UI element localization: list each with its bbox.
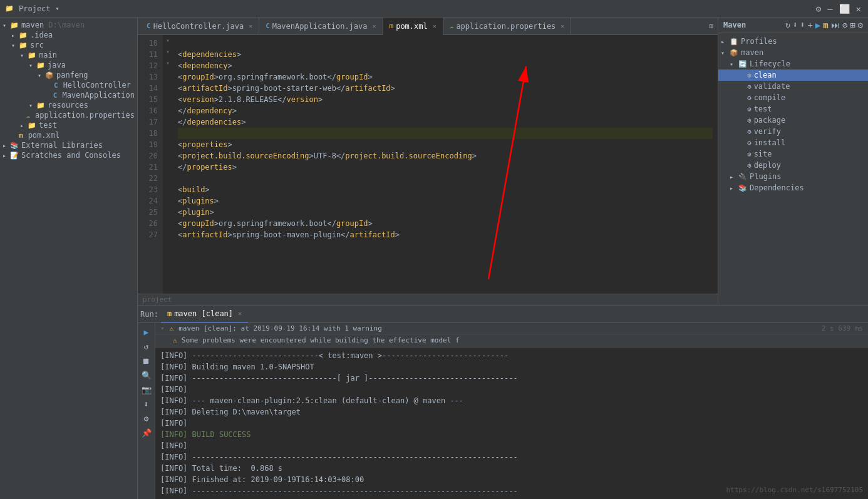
bottom-tab-close[interactable]: ✕ xyxy=(238,310,242,317)
run-icon[interactable]: ▶ xyxy=(815,20,820,30)
tree-item-app-properties[interactable]: ☁ application.properties xyxy=(0,110,137,120)
tree-item-scratches[interactable]: ▸ 📝 Scratches and Consoles xyxy=(0,150,137,160)
console-line: [INFO] xyxy=(160,440,863,451)
xml-file-icon: m xyxy=(19,131,23,140)
maven-label: Lifecycle xyxy=(750,59,790,68)
settings-maven-icon[interactable]: ⚙ xyxy=(858,20,863,30)
tree-item-pom-xml[interactable]: m pom.xml xyxy=(0,130,137,140)
plugins-icon: 🔌 xyxy=(738,173,747,181)
editor-wrapper: 10 11 12 13 14 15 16 17 18 19 20 xyxy=(138,35,718,294)
resources-icon: 📁 xyxy=(36,101,45,110)
tab-pom-xml[interactable]: m pom.xml ✕ xyxy=(383,18,443,35)
tree-item-hello-controller[interactable]: C HelloController xyxy=(0,80,137,90)
code-line-22 xyxy=(178,173,713,184)
maven-label: compile xyxy=(754,93,786,102)
rerun-icon[interactable]: ↺ xyxy=(139,340,154,353)
pin-icon[interactable]: 📌 xyxy=(139,426,154,440)
maven-item-module[interactable]: ▾ 📦 maven xyxy=(718,47,868,58)
tab-close-icon[interactable]: ✕ xyxy=(433,23,437,29)
line-num: 14 xyxy=(143,83,158,94)
maven-item-lifecycle[interactable]: ▾ 🔄 Lifecycle xyxy=(718,58,868,69)
maven-item-site[interactable]: ⚙ site xyxy=(718,148,868,160)
run-play-icon[interactable]: ▶ xyxy=(139,326,154,339)
maven-item-install[interactable]: ⚙ install xyxy=(718,137,868,148)
download-sources-icon[interactable]: ⬇ xyxy=(800,20,805,30)
download-icon[interactable]: ⬇ xyxy=(793,20,798,30)
title-actions: ⚙ — ⬜ ✕ xyxy=(814,4,863,14)
tree-item-resources[interactable]: ▾ 📁 resources xyxy=(0,100,137,110)
tree-item-maven-application[interactable]: C MavenApplication xyxy=(0,90,137,100)
folder-icon: 📁 xyxy=(28,121,36,130)
scratch-icon: 📝 xyxy=(10,152,19,160)
tree-item-panfeng[interactable]: ▾ 📦 panfeng xyxy=(0,70,137,80)
run-expand-icon[interactable]: ▾ xyxy=(160,324,165,332)
tab-application-properties[interactable]: ☁ application.properties ✕ xyxy=(443,18,572,35)
tree-content: ▾ 📁 maven D:\maven ▸ 📁 .idea ▾ 📁 src xyxy=(0,18,137,499)
maven-header: Maven ↻ ⬇ ⬇ + ▶ m ⏭ ⊘ ⊞ ⚙ xyxy=(718,18,868,33)
minimize-icon[interactable]: — xyxy=(825,4,834,14)
maven-item-test[interactable]: ⚙ test xyxy=(718,103,868,115)
close-icon[interactable]: ✕ xyxy=(854,4,863,14)
tree-item-test[interactable]: ▸ 📁 test xyxy=(0,120,137,130)
tab-actions: ⊞ xyxy=(707,22,715,30)
stop-icon[interactable]: ⏹ xyxy=(139,354,154,368)
tree-label: java xyxy=(48,61,66,69)
maven-item-validate[interactable]: ⚙ validate xyxy=(718,81,868,92)
project-icon: 📁 xyxy=(5,4,14,13)
tab-close-icon[interactable]: ✕ xyxy=(249,23,252,29)
warning-triangle: ⚠ xyxy=(173,336,177,344)
line-num: 27 xyxy=(143,229,158,240)
tree-item-main[interactable]: ▾ 📁 main xyxy=(0,50,137,60)
maven-label: test xyxy=(754,105,772,113)
refresh-icon[interactable]: ↻ xyxy=(785,20,790,30)
scroll-icon[interactable]: ⬇ xyxy=(139,398,154,411)
tree-item-java[interactable]: ▾ 📁 java xyxy=(0,60,137,70)
maven-item-verify[interactable]: ⚙ verify xyxy=(718,126,868,137)
expand-icon[interactable]: ⊞ xyxy=(850,20,855,30)
maven-tree: ▸ 📋 Profiles ▾ 📦 maven xyxy=(718,33,868,305)
tab-close-icon[interactable]: ✕ xyxy=(373,23,376,29)
settings-icon[interactable]: ⚙ xyxy=(814,4,823,14)
gear-icon: ⚙ xyxy=(747,162,752,170)
line-num: 22 xyxy=(143,173,158,184)
tree-item-idea[interactable]: ▸ 📁 .idea xyxy=(0,30,137,40)
console-area[interactable]: [INFO] ----------------------------< tes… xyxy=(155,347,868,499)
maximize-icon[interactable]: ⬜ xyxy=(837,4,852,14)
maven-item-deploy[interactable]: ⚙ deploy xyxy=(718,160,868,171)
console-line: [INFO] Deleting D:\maven\target xyxy=(160,406,863,418)
maven-label: site xyxy=(754,150,772,158)
tree-item-maven[interactable]: ▾ 📁 maven D:\maven xyxy=(0,20,137,30)
toggle-offline-icon[interactable]: ⊘ xyxy=(842,20,847,30)
tree-item-src[interactable]: ▾ 📁 src xyxy=(0,40,137,50)
code-editor[interactable]: 10 11 12 13 14 15 16 17 18 19 20 xyxy=(138,35,718,294)
tab-close-icon[interactable]: ✕ xyxy=(561,23,564,29)
tab-bar: C HelloController.java ✕ C MavenApplicat… xyxy=(138,18,718,35)
snapshot-icon[interactable]: 📷 xyxy=(139,383,154,396)
tab-hello-controller[interactable]: C HelloController.java ✕ xyxy=(140,18,259,35)
tree-item-external-libs[interactable]: ▸ 📚 External Libraries xyxy=(0,140,137,150)
maven-item-compile[interactable]: ⚙ compile xyxy=(718,92,868,103)
skip-icon[interactable]: ⏭ xyxy=(831,20,840,30)
arrow-icon: ▾ xyxy=(3,22,10,29)
maven-item-dependencies[interactable]: ▸ 📚 Dependencies xyxy=(718,182,868,193)
maven-item-package[interactable]: ⚙ package xyxy=(718,115,868,126)
folder-icon: 📁 xyxy=(19,41,28,49)
settings-run-icon[interactable]: ⚙ xyxy=(139,412,154,425)
arrow-icon: ▸ xyxy=(11,32,19,39)
gutter-line-fold[interactable]: ▾ xyxy=(163,58,173,69)
tree-label: pom.xml xyxy=(28,131,60,140)
gutter-line-fold[interactable]: ▾ xyxy=(163,46,173,58)
maven-item-clean[interactable]: ⚙ clean xyxy=(718,69,868,81)
add-icon[interactable]: + xyxy=(807,20,812,30)
maven-item-profiles[interactable]: ▸ 📋 Profiles xyxy=(718,36,868,47)
search-icon[interactable]: 🔍 xyxy=(139,369,154,382)
code-line-26: <groupId>org.springframework.boot</group… xyxy=(178,218,713,229)
gutter-line-fold[interactable]: ▾ xyxy=(163,35,173,46)
tab-maven-application[interactable]: C MavenApplication.java ✕ xyxy=(259,18,383,35)
dependencies-icon: 📚 xyxy=(738,184,747,192)
maven-run-icon[interactable]: m xyxy=(823,20,828,30)
maven-item-plugins[interactable]: ▸ 🔌 Plugins xyxy=(718,171,868,182)
bottom-tab-maven-clean[interactable]: m maven [clean] ✕ xyxy=(161,306,248,323)
collapse-all-icon[interactable]: ⊞ xyxy=(707,22,715,30)
line-num: 13 xyxy=(143,71,158,83)
